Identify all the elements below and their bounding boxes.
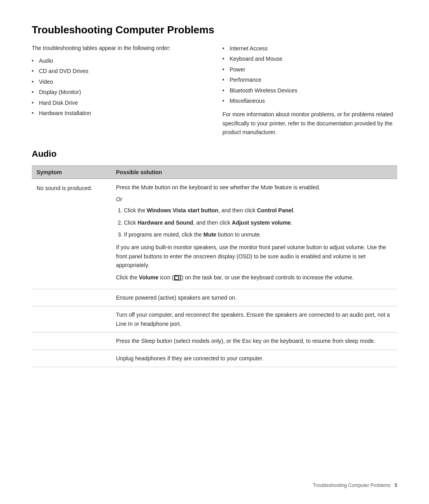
footer: Troubleshooting Computer Problems 5 — [313, 483, 397, 488]
list-item: Performance — [222, 75, 397, 84]
footer-page: 5 — [394, 483, 397, 488]
list-item: CD and DVD Drives — [32, 67, 207, 75]
page-title: Troubleshooting Computer Problems — [32, 24, 397, 36]
solution-steps: Click the Windows Vista start button, an… — [124, 206, 392, 239]
intro-text: The troubleshooting tables appear in the… — [32, 44, 207, 52]
or-text: Or — [116, 195, 392, 204]
solution-cell: Press the Mute button on the keyboard to… — [111, 179, 397, 289]
solution-header: Possible solution — [111, 165, 397, 179]
solution-text-2: If you are using built-in monitor speake… — [116, 243, 392, 269]
list-item: Hardware Installation — [32, 109, 207, 117]
monitor-note: For more information about monitor probl… — [222, 110, 397, 137]
list-item: Bluetooth Wireless Devices — [222, 86, 397, 95]
table-row: Unplug headphones if they are connected … — [32, 350, 397, 367]
intro-right: Internet Access Keyboard and Mouse Power… — [222, 44, 397, 137]
solution-cell-additional-2: Turn off your computer, and reconnect th… — [111, 306, 397, 333]
symptom-header: Symptom — [32, 165, 111, 179]
solution-text-3: Click the Volume icon ( ) on the task ba… — [116, 273, 392, 282]
list-item: Miscellaneous — [222, 96, 397, 105]
volume-icon — [174, 275, 181, 281]
solution-text-1: Press the Mute button on the keyboard to… — [116, 183, 392, 192]
list-item: Internet Access — [222, 44, 397, 53]
table-row: Press the Sleep button (select models on… — [32, 333, 397, 350]
solution-cell-additional-1: Ensure powered (active) speakers are tur… — [111, 289, 397, 306]
table-header-row: Symptom Possible solution — [32, 165, 397, 179]
symptom-cell-empty — [32, 350, 111, 367]
step-2: Click Hardware and Sound, and then click… — [124, 218, 392, 227]
list-left: Audio CD and DVD Drives Video Display (M… — [32, 56, 207, 117]
symptom-cell: No sound is produced. — [32, 179, 111, 289]
list-item: Keyboard and Mouse — [222, 54, 397, 63]
footer-text: Troubleshooting Computer Problems — [313, 483, 391, 488]
step-1: Click the Windows Vista start button, an… — [124, 206, 392, 215]
list-item: Display (Monitor) — [32, 88, 207, 96]
list-item: Hard Disk Drive — [32, 98, 207, 107]
list-item: Video — [32, 77, 207, 86]
audio-heading: Audio — [32, 149, 397, 159]
solution-cell-additional-4: Unplug headphones if they are connected … — [111, 350, 397, 367]
list-item: Audio — [32, 56, 207, 65]
symptom-cell-empty — [32, 289, 111, 306]
table-row: Ensure powered (active) speakers are tur… — [32, 289, 397, 306]
intro-left: The troubleshooting tables appear in the… — [32, 44, 207, 137]
list-right: Internet Access Keyboard and Mouse Power… — [222, 44, 397, 105]
symptom-cell-empty — [32, 306, 111, 333]
symptom-cell-empty — [32, 333, 111, 350]
list-item: Power — [222, 65, 397, 74]
troubleshoot-table: Symptom Possible solution No sound is pr… — [32, 165, 397, 367]
step-3: If programs are muted, click the Mute bu… — [124, 230, 392, 239]
solution-cell-additional-3: Press the Sleep button (select models on… — [111, 333, 397, 350]
table-row: Turn off your computer, and reconnect th… — [32, 306, 397, 333]
table-row: No sound is produced. Press the Mute but… — [32, 179, 397, 289]
